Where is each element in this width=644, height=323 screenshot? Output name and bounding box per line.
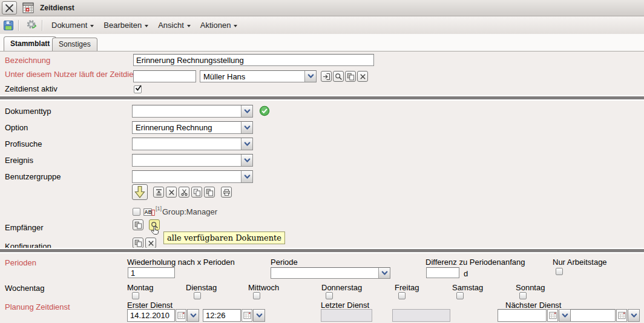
chevron-down-icon[interactable] [241,105,252,117]
close-button[interactable] [2,1,17,15]
clear-button[interactable] [357,71,368,82]
paste-button[interactable] [204,187,215,198]
wiederholung-input[interactable] [128,267,175,278]
periode-select-value [271,268,378,278]
konfiguration-clear-button[interactable] [145,238,156,248]
cut-icon [180,188,188,196]
paste-icon [347,73,355,81]
open-record-icon [323,73,330,81]
erster-zeit-input[interactable] [203,309,241,322]
cut-button[interactable] [179,187,189,198]
weekday-checkbox-montag[interactable] [132,292,139,299]
option-select-value: Erinnerung Rechnung [133,122,241,133]
weekday-checkbox-donnerstag[interactable] [326,292,333,299]
chevron-down-icon [187,25,191,27]
dokumenttyp-select[interactable] [132,105,253,118]
weekday-label-freitag: Freitag [395,283,419,292]
naechster-zeit-dropdown-button[interactable] [628,309,640,322]
group-entry-name: Group:Manager [162,207,217,216]
calendar-picker-icon [549,311,557,319]
move-down-button[interactable] [132,184,148,200]
arbeitstage-checkbox[interactable] [556,268,563,275]
benutzergruppe-select[interactable] [132,170,253,183]
letzter-datum-input [321,309,372,322]
menu-ansicht[interactable]: Ansicht [153,19,196,32]
group-entry-checkbox[interactable] [133,208,140,216]
erster-zeit-dropdown-button[interactable] [253,309,265,322]
erster-datum-input[interactable] [127,309,175,322]
calendar-picker-icon [177,311,185,319]
perioden-section-label: Perioden [5,258,36,267]
ereignis-select[interactable] [132,154,253,167]
bezeichnung-input[interactable] [133,54,374,66]
nutzer-id-input[interactable] [133,70,196,82]
empfaenger-label: Empfänger [5,223,44,232]
weekday-checkbox-freitag[interactable] [398,292,406,299]
periode-select[interactable] [271,267,390,279]
open-record-button[interactable] [321,71,332,82]
nutzer-select-value: Müller Hans [200,71,304,82]
copy-button[interactable] [191,187,202,198]
print-button[interactable] [221,187,232,198]
menu-aktionen[interactable]: Aktionen [196,19,243,32]
tab-sonstiges[interactable]: Sonstiges [52,38,97,51]
chevron-down-icon[interactable] [304,71,316,82]
letzter-zeit-input [392,309,450,322]
weekday-checkbox-sonntag[interactable] [519,292,527,299]
search-button[interactable] [333,71,344,82]
benutzergruppe-select-value [133,171,241,182]
naechster-datum-calendar-button[interactable] [547,309,558,322]
menu-bearbeiten[interactable]: Bearbeiten [99,19,153,32]
chevron-down-icon[interactable] [241,155,252,166]
tab-stammblatt[interactable]: Stammblatt [4,36,56,51]
svg-text:AB: AB [145,209,152,215]
weekday-checkbox-dienstag[interactable] [194,292,201,299]
weekday-label-donnerstag: Donnerstag [321,283,362,292]
naechster-datum-dropdown-button[interactable] [559,309,571,322]
menu-aktionen-label: Aktionen [200,21,231,30]
profisuche-label: Profisuche [5,139,42,148]
menu-dokument[interactable]: Dokument [47,19,99,32]
chevron-down-icon[interactable] [241,138,252,150]
chevron-down-icon [190,313,197,318]
ereignis-select-value [133,155,241,166]
erster-datum-dropdown-button[interactable] [187,309,199,322]
title-bar: Zeitdienst [0,0,644,16]
delete-button[interactable] [166,187,177,198]
calendar-picker-icon [618,311,626,319]
option-select[interactable]: Erinnerung Rechnung [132,121,253,134]
menu-dokument-label: Dokument [51,21,87,30]
erster-zeit-calendar-button[interactable] [242,309,252,322]
nutzer-select[interactable]: Müller Hans [200,70,317,82]
periode-label: Periode [271,258,298,267]
weekday-label-dienstag: Dienstag [186,283,217,292]
planung-section-label: Planung Zeitdienst [5,302,70,311]
chevron-down-icon[interactable] [378,268,390,278]
zeitdienst-aktiv-checkbox[interactable] [134,85,142,93]
window-title: Zeitdienst [40,4,74,12]
empfaenger-paste-button[interactable] [133,219,143,230]
select-top-button[interactable] [153,187,164,198]
paste-button[interactable] [345,71,356,82]
naechster-datum-input[interactable] [498,309,547,322]
chevron-down-icon[interactable] [241,122,252,133]
bezeichnung-label: Bezeichnung [5,56,50,65]
chevron-down-icon[interactable] [241,171,252,182]
save-button[interactable] [2,19,15,32]
paste-icon [134,239,142,247]
profisuche-select-value [133,138,241,150]
weekday-checkbox-samstag[interactable] [456,292,464,299]
print-icon [223,188,231,196]
benutzergruppe-label: Benutzergruppe [5,172,61,181]
chevron-down-icon [145,25,148,27]
naechster-zeit-calendar-button[interactable] [616,309,627,322]
section-divider [0,95,644,101]
process-button[interactable] [25,19,38,32]
chevron-down-icon [90,25,94,27]
naechster-zeit-input[interactable] [570,309,616,322]
weekday-checkbox-mittwoch[interactable] [253,292,260,299]
profisuche-select[interactable] [132,138,253,150]
differenz-input[interactable] [426,267,459,278]
erster-datum-calendar-button[interactable] [176,309,186,322]
konfiguration-paste-button[interactable] [133,238,143,248]
